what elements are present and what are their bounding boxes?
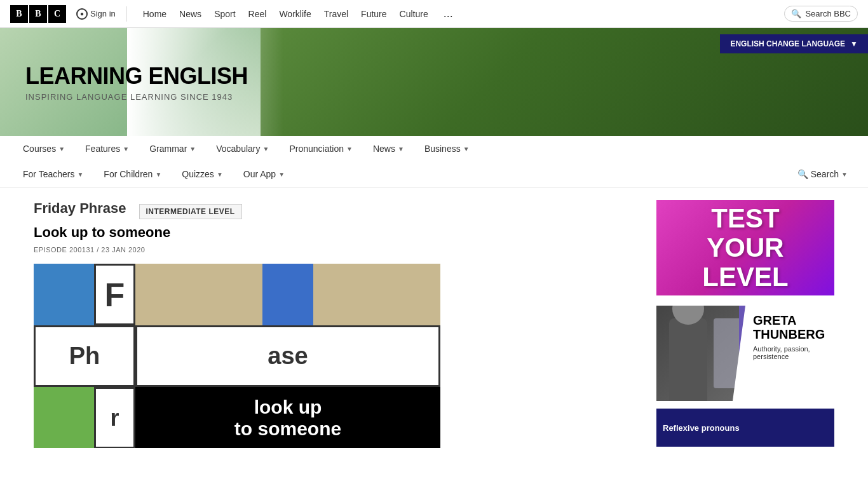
site-title: LEARNING ENGLISH xyxy=(25,63,248,90)
cell-lookup: look up to someone xyxy=(135,387,440,448)
cell-F: F xyxy=(94,264,135,325)
grammar-chevron: ▼ xyxy=(189,146,196,152)
nav-for-teachers[interactable]: For Teachers ▼ xyxy=(13,161,93,187)
vocab-chevron: ▼ xyxy=(263,146,269,152)
episode-label: EPISODE 200131 xyxy=(34,246,95,254)
greta-tagline: Authority, passion, persistence xyxy=(740,345,827,360)
cell-ase: ase xyxy=(135,325,440,387)
level-badge: INTERMEDIATE LEVEL xyxy=(139,204,242,219)
cell-green-bottom xyxy=(34,387,94,448)
greta-thunberg-banner[interactable]: GRETATHUNBERG Authority, passion, persis… xyxy=(656,306,834,401)
topnav-links: Home News Sport Reel Worklife Travel Fut… xyxy=(137,0,435,28)
news-chevron: ▼ xyxy=(398,146,404,152)
bbc-search-label: Search BBC xyxy=(805,9,851,18)
nav-news[interactable]: News ▼ xyxy=(363,136,414,161)
banner-title-block: LEARNING ENGLISH INSPIRING LANGUAGE LEAR… xyxy=(25,63,248,102)
test-your-level-banner[interactable]: TEST YOUR LEVEL xyxy=(656,200,834,295)
nav-business[interactable]: Business ▼ xyxy=(414,136,480,161)
teachers-chevron: ▼ xyxy=(77,171,83,178)
lookup-line2: to someone xyxy=(234,418,341,440)
site-subtitle: INSPIRING LANGUAGE LEARNING SINCE 1943 xyxy=(25,92,248,102)
lang-label: ENGLISH CHANGE LANGUAGE xyxy=(730,39,845,48)
greta-text: GRETATHUNBERG Authority, passion, persis… xyxy=(733,306,834,401)
lookup-line1: look up xyxy=(254,396,322,418)
article-header: Friday Phrase INTERMEDIATE LEVEL xyxy=(34,200,637,219)
bbc-logo-b: B xyxy=(10,5,28,23)
language-button[interactable]: ENGLISH CHANGE LANGUAGE ▼ xyxy=(720,34,868,53)
topnav-travel[interactable]: Travel xyxy=(318,0,355,28)
search-icon-nav: 🔍 xyxy=(797,169,808,179)
signin-button[interactable]: ● Sign in xyxy=(76,8,116,20)
article-section-title: Friday Phrase xyxy=(34,200,126,217)
secondary-nav: Courses ▼ Features ▼ Grammar ▼ Vocabular… xyxy=(0,136,868,187)
cell-photo-top xyxy=(135,264,440,325)
app-chevron: ▼ xyxy=(278,171,285,178)
cell-ph: Ph xyxy=(34,325,135,387)
nav-courses[interactable]: Courses ▼ xyxy=(13,136,75,161)
signin-label: Sign in xyxy=(90,9,116,18)
bbc-logo-b2: B xyxy=(29,5,47,23)
topnav-sport[interactable]: Sport xyxy=(208,0,241,28)
more-menu-button[interactable]: ... xyxy=(440,7,457,20)
topnav-future[interactable]: Future xyxy=(355,0,393,28)
bbc-topnav: B B C ● Sign in Home News Sport Reel Wor… xyxy=(0,0,868,28)
pron-chevron: ▼ xyxy=(346,146,353,152)
search-chevron: ▼ xyxy=(841,171,848,178)
sec-nav-row2: For Teachers ▼ For Children ▼ Quizzes ▼ … xyxy=(13,161,855,187)
topnav-worklife[interactable]: Worklife xyxy=(273,0,317,28)
courses-chevron: ▼ xyxy=(58,146,65,152)
article-subtitle: Look up to someone xyxy=(34,224,637,241)
features-chevron: ▼ xyxy=(123,146,129,152)
main-content: Friday Phrase INTERMEDIATE LEVEL Look up… xyxy=(21,187,847,461)
article-date: 23 JAN 2020 xyxy=(101,246,145,254)
banner: LEARNING ENGLISH INSPIRING LANGUAGE LEAR… xyxy=(0,28,868,136)
article-meta: EPISODE 200131 / 23 JAN 2020 xyxy=(34,246,637,254)
business-chevron: ▼ xyxy=(463,146,470,152)
bbc-logo[interactable]: B B C xyxy=(10,5,66,23)
nav-quizzes[interactable]: Quizzes ▼ xyxy=(172,161,233,187)
bbc-logo-c: C xyxy=(48,5,66,23)
sidebar: TEST YOUR LEVEL GRETATHUNBERG Authority,… xyxy=(656,200,834,448)
friday-phrase-image: F Ph ase r look up to someone xyxy=(34,264,440,448)
cell-r-vertical: r xyxy=(94,387,135,448)
test-level-text: TEST YOUR LEVEL xyxy=(702,204,788,292)
topnav-culture[interactable]: Culture xyxy=(393,0,435,28)
reflexive-pronouns-banner[interactable]: Reflexive pronouns xyxy=(656,409,834,447)
search-button[interactable]: 🔍 Search ▼ xyxy=(790,164,855,184)
lang-dropdown-icon: ▼ xyxy=(850,39,858,48)
nav-features[interactable]: Features ▼ xyxy=(75,136,139,161)
cell-blue-top-left xyxy=(34,264,94,325)
nav-our-app[interactable]: Our App ▼ xyxy=(233,161,295,187)
nav-vocabulary[interactable]: Vocabulary ▼ xyxy=(206,136,279,161)
sec-nav-row1: Courses ▼ Features ▼ Grammar ▼ Vocabular… xyxy=(13,136,855,161)
greta-name: GRETATHUNBERG xyxy=(740,313,827,341)
user-icon: ● xyxy=(76,8,88,20)
article-area: Friday Phrase INTERMEDIATE LEVEL Look up… xyxy=(34,200,637,448)
topnav-news[interactable]: News xyxy=(173,0,208,28)
nav-pronunciation[interactable]: Pronunciation ▼ xyxy=(279,136,363,161)
nav-grammar[interactable]: Grammar ▼ xyxy=(139,136,206,161)
topnav-reel[interactable]: Reel xyxy=(242,0,273,28)
search-label-nav: Search xyxy=(811,169,839,179)
reflexive-label: Reflexive pronouns xyxy=(663,423,740,433)
nav-for-children[interactable]: For Children ▼ xyxy=(93,161,172,187)
search-icon: 🔍 xyxy=(791,9,801,18)
greta-photo xyxy=(656,306,739,401)
children-chevron: ▼ xyxy=(155,171,161,178)
nav-divider xyxy=(126,6,126,22)
bbc-search-box[interactable]: 🔍 Search BBC xyxy=(784,6,858,22)
quizzes-chevron: ▼ xyxy=(217,171,223,178)
topnav-home[interactable]: Home xyxy=(137,0,173,28)
